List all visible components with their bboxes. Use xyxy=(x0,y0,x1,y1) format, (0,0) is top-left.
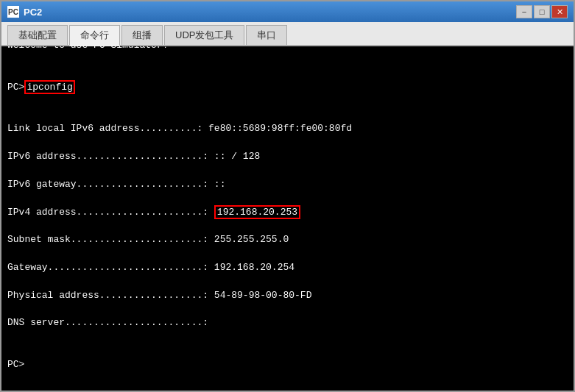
terminal-line: Welcome to use PC Simulator! xyxy=(7,46,568,53)
terminal-line: PC> xyxy=(7,358,568,372)
tab-serial[interactable]: 串口 xyxy=(246,25,287,45)
terminal-cmd-line: PC>ipconfig xyxy=(7,81,568,95)
terminal-line: IPv6 gateway......................: :: xyxy=(7,178,568,192)
maximize-button[interactable]: □ xyxy=(534,5,550,18)
title-bar: PC PC2 − □ ✕ xyxy=(1,1,574,22)
terminal-line: Physical address..................: 54-8… xyxy=(7,289,568,303)
minimize-button[interactable]: − xyxy=(516,5,532,18)
close-button[interactable]: ✕ xyxy=(551,5,568,18)
main-window: PC PC2 − □ ✕ 基础配置 命令行 组播 UDP发包工具 串口 Link… xyxy=(0,0,575,392)
terminal-output[interactable]: Link local IPv6 address..........: fe80:… xyxy=(1,46,574,391)
command-highlight: ipconfig xyxy=(24,80,74,94)
tab-command-line[interactable]: 命令行 xyxy=(69,25,120,46)
terminal-line: Subnet mask.......................: 255.… xyxy=(7,233,568,247)
tab-bar: 基础配置 命令行 组播 UDP发包工具 串口 xyxy=(1,22,574,46)
ipv4-highlight: 192.168.20.253 xyxy=(214,205,300,219)
window-controls: − □ ✕ xyxy=(516,5,568,18)
terminal-container: Link local IPv6 address..........: fe80:… xyxy=(1,46,574,391)
tab-basic-config[interactable]: 基础配置 xyxy=(7,25,68,45)
terminal-line: DNS server........................: xyxy=(7,316,568,330)
terminal-line: IPv6 address......................: :: /… xyxy=(7,150,568,164)
window-title: PC2 xyxy=(24,7,516,18)
terminal-line: Link local IPv6 address..........: fe80:… xyxy=(7,122,568,136)
tab-multicast[interactable]: 组播 xyxy=(121,25,163,45)
app-icon: PC xyxy=(7,6,19,18)
tab-udp-tool[interactable]: UDP发包工具 xyxy=(164,25,244,45)
terminal-line-ipv4: IPv4 address......................: 192.… xyxy=(7,206,568,220)
terminal-line: Gateway...........................: 192.… xyxy=(7,261,568,275)
